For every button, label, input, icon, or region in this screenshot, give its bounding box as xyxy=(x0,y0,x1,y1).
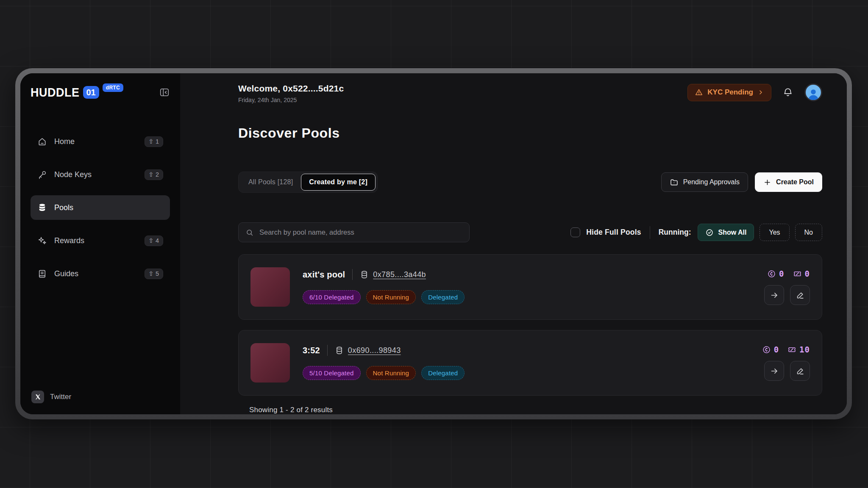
divider xyxy=(352,269,353,280)
pool-card: axit's pool 0x785....3a44b 6/10 Delegate… xyxy=(238,254,822,320)
open-pool-button[interactable] xyxy=(764,285,784,305)
coin-icon xyxy=(762,345,771,354)
ticket-count: 10 xyxy=(799,345,810,354)
pending-approvals-button[interactable]: Pending Approvals xyxy=(661,172,748,192)
status-badge: Not Running xyxy=(366,290,416,304)
chevron-right-icon xyxy=(757,89,764,96)
sidebar-nav: Home ⇧ 1 Node Keys ⇧ 2 xyxy=(31,129,170,286)
ticket-icon xyxy=(787,345,796,354)
pool-title-row: axit's pool 0x785....3a44b xyxy=(303,269,465,280)
user-avatar[interactable] xyxy=(804,83,822,101)
search-input[interactable] xyxy=(259,228,462,236)
shortcut-badge: ⇧ 1 xyxy=(145,136,163,147)
pool-thumbnail xyxy=(250,267,290,307)
huddle01-logo: HUDDLE 01 dRTC xyxy=(31,84,123,100)
shortcut-number: 5 xyxy=(156,270,159,277)
main-content: Welcome, 0x522....5d21c Friday, 24th Jan… xyxy=(181,73,847,414)
running-no-button[interactable]: No xyxy=(795,224,822,241)
logo-number-badge: 01 xyxy=(83,86,99,99)
welcome-text: Welcome, 0x522....5d21c xyxy=(238,83,344,94)
sidebar-item-label: Guides xyxy=(54,269,78,278)
header-actions: KYC Pending xyxy=(687,83,822,101)
shift-icon: ⇧ xyxy=(148,270,154,277)
sidebar-item-label: Rewards xyxy=(54,236,84,245)
pool-thumbnail xyxy=(250,343,290,383)
delegated-count-badge: 5/10 Delegated xyxy=(303,366,361,380)
sidebar-item-home[interactable]: Home ⇧ 1 xyxy=(31,129,170,154)
divider xyxy=(327,345,328,356)
pool-badges: 6/10 Delegated Not Running Delegated xyxy=(303,290,465,304)
pool-search xyxy=(238,222,470,242)
coin-icon xyxy=(767,269,776,278)
date-text: Friday, 24th Jan, 2025 xyxy=(238,97,344,103)
sidebar-item-guides[interactable]: Guides ⇧ 5 xyxy=(31,261,170,286)
pool-name: 3:52 xyxy=(303,346,320,355)
pool-badges: 5/10 Delegated Not Running Delegated xyxy=(303,366,465,380)
sidebar-item-label: Node Keys xyxy=(54,170,92,179)
delegated-count-badge: 6/10 Delegated xyxy=(303,290,361,304)
pending-approvals-label: Pending Approvals xyxy=(683,178,740,186)
coin-count: 0 xyxy=(774,345,779,354)
sidebar-item-rewards[interactable]: Rewards ⇧ 4 xyxy=(31,228,170,253)
check-circle-icon xyxy=(705,228,714,237)
pool-stats: 0 10 xyxy=(762,343,810,354)
running-yes-button[interactable]: Yes xyxy=(760,224,789,241)
sidebar-item-twitter[interactable]: Twitter xyxy=(31,389,170,405)
shortcut-number: 2 xyxy=(156,171,159,178)
page-title: Discover Pools xyxy=(238,125,822,141)
shortcut-badge: ⇧ 4 xyxy=(145,236,163,246)
shortcut-badge: ⇧ 5 xyxy=(145,269,163,279)
tab-created-by-me[interactable]: Created by me [2] xyxy=(301,174,376,191)
book-icon xyxy=(37,269,47,279)
sidebar-item-label: Pools xyxy=(54,203,73,212)
running-label: Running: xyxy=(659,228,691,237)
sidebar-item-pools[interactable]: Pools xyxy=(31,195,170,220)
welcome-block: Welcome, 0x522....5d21c Friday, 24th Jan… xyxy=(238,83,344,103)
shift-icon: ⇧ xyxy=(148,237,154,244)
coin-stat: 0 xyxy=(762,345,779,354)
pool-actions xyxy=(764,361,810,381)
hide-full-pools-checkbox[interactable] xyxy=(570,227,580,237)
edit-pool-button[interactable] xyxy=(790,285,810,305)
edit-pool-button[interactable] xyxy=(790,361,810,381)
tab-all-pools[interactable]: All Pools [128] xyxy=(240,174,301,191)
logo: HUDDLE 01 dRTC xyxy=(31,84,170,103)
kyc-pending-label: KYC Pending xyxy=(707,88,753,97)
pool-card: 3:52 0x690....98943 5/10 Delegated Not R… xyxy=(238,330,822,396)
ticket-stat: 0 xyxy=(793,269,810,278)
database-icon xyxy=(37,203,47,213)
results-count: Showing 1 - 2 of 2 results xyxy=(238,406,822,414)
kyc-pending-button[interactable]: KYC Pending xyxy=(687,84,771,101)
shortcut-number: 1 xyxy=(156,138,159,145)
coin-stat: 0 xyxy=(767,269,784,278)
pool-list: axit's pool 0x785....3a44b 6/10 Delegate… xyxy=(238,254,822,396)
twitter-label: Twitter xyxy=(50,393,71,401)
open-pool-button[interactable] xyxy=(764,361,784,381)
pool-card-right: 0 10 xyxy=(762,343,810,381)
app-window: HUDDLE 01 dRTC Home xyxy=(20,73,847,414)
notifications-bell-icon[interactable] xyxy=(782,87,793,98)
filter-options: Hide Full Pools Running: Show All Yes No xyxy=(570,224,822,241)
filter-row: Hide Full Pools Running: Show All Yes No xyxy=(238,222,822,242)
hide-full-pools-label: Hide Full Pools xyxy=(586,228,641,237)
logo-drtc-badge: dRTC xyxy=(103,83,123,92)
shift-icon: ⇧ xyxy=(148,138,154,144)
sidebar-item-node-keys[interactable]: Node Keys ⇧ 2 xyxy=(31,162,170,187)
sidebar: HUDDLE 01 dRTC Home xyxy=(20,73,181,414)
show-all-label: Show All xyxy=(718,229,746,236)
create-pool-button[interactable]: Create Pool xyxy=(755,172,822,192)
pool-card-right: 0 0 xyxy=(764,267,810,305)
sidebar-collapse-button[interactable] xyxy=(159,84,170,98)
panel-collapse-icon xyxy=(159,87,170,98)
pool-address-link[interactable]: 0x690....98943 xyxy=(348,346,401,355)
database-icon xyxy=(335,346,344,355)
controls-row: All Pools [128] Created by me [2] Pendin… xyxy=(238,172,822,193)
pool-address-link[interactable]: 0x785....3a44b xyxy=(373,270,426,279)
ticket-icon xyxy=(793,269,802,278)
running-show-all-button[interactable]: Show All xyxy=(698,224,754,241)
pool-actions xyxy=(764,285,810,305)
warning-icon xyxy=(695,88,703,97)
sparkles-icon xyxy=(37,236,47,246)
page-header: Welcome, 0x522....5d21c Friday, 24th Jan… xyxy=(238,83,822,103)
pool-title-row: 3:52 0x690....98943 xyxy=(303,345,465,356)
